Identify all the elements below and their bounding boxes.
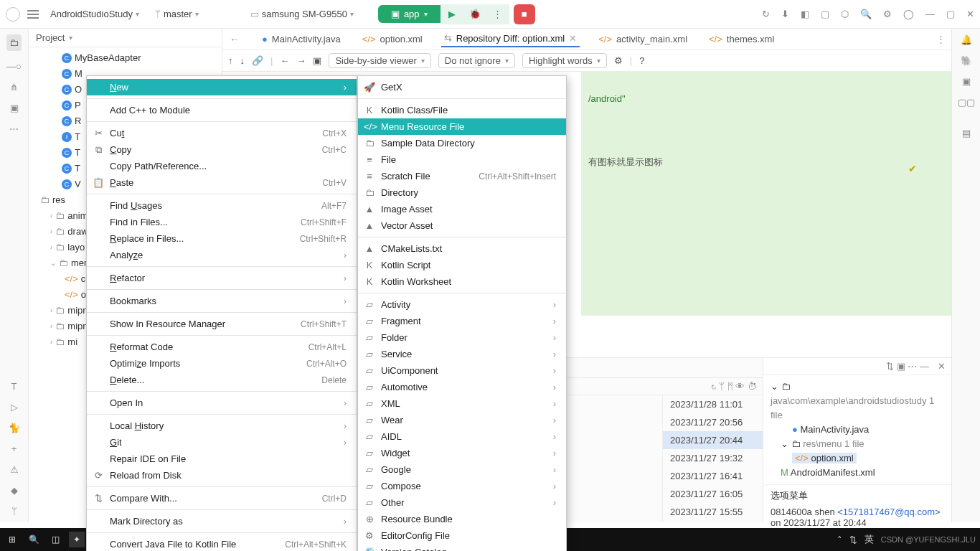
commit-list[interactable]: 2023/11/28 11:012023/11/27 20:562023/11/… (662, 395, 763, 522)
menu-item[interactable]: New› (87, 79, 357, 95)
menu-item[interactable]: ▲CMakeLists.txt (358, 240, 566, 257)
menu-item[interactable]: 🗀Sample Data Directory (358, 135, 566, 151)
prev-diff-icon[interactable]: ↑ (228, 55, 233, 66)
commit-row[interactable]: 2023/11/28 11:01 (663, 395, 763, 413)
menu-item[interactable]: ⟳Reload from Disk (87, 467, 357, 484)
vcs-tool-icon[interactable]: ᛘ (11, 506, 17, 517)
menu-item[interactable]: 📇Version Catalog (358, 544, 566, 551)
inspection-marker-icon[interactable]: ✔ (908, 163, 917, 174)
menu-item[interactable]: ▲Image Asset (358, 201, 566, 217)
menu-item[interactable]: Bookmarks› (87, 293, 357, 309)
menu-item[interactable]: ▱Activity› (358, 296, 566, 313)
menu-item[interactable]: 🚀GetX (358, 79, 566, 95)
link-icon[interactable]: 🔗 (252, 55, 263, 66)
stop-button[interactable]: ■ (514, 4, 535, 24)
menu-item[interactable]: Replace in Files...Ctrl+Shift+R (87, 230, 357, 247)
menu-item[interactable]: Open In› (87, 395, 357, 411)
menu-item[interactable]: Local History› (87, 418, 357, 434)
menu-item[interactable]: Find in Files...Ctrl+Shift+F (87, 214, 357, 230)
menu-item[interactable]: ≡Scratch FileCtrl+Alt+Shift+Insert (358, 168, 566, 184)
profiler-icon[interactable]: ◧ (801, 9, 809, 19)
notifications-icon[interactable]: 🔔 (961, 34, 972, 45)
menu-item[interactable]: ▲Vector Asset (358, 217, 566, 234)
menu-item[interactable]: ▱XML› (358, 395, 566, 412)
menu-item[interactable]: ▱Fragment› (358, 313, 566, 329)
tab-diff[interactable]: ⇆Repository Diff: option.xml ✕ (441, 31, 580, 47)
menu-item[interactable]: Show In Resource ManagerCtrl+Shift+T (87, 316, 357, 332)
more-tool-icon[interactable]: ⋯ (9, 123, 19, 134)
project-chip[interactable]: AndroidStudioStudy▾ (46, 6, 143, 22)
highlight-dropdown[interactable]: Highlight words▾ (522, 53, 607, 68)
collapse-icon[interactable]: ▣ (313, 55, 321, 66)
sdk-icon[interactable]: ⬡ (841, 9, 849, 19)
terminal-tool-icon[interactable]: + (11, 443, 17, 454)
run-config-select[interactable]: ▣ app ▾ (378, 5, 440, 23)
close-icon[interactable]: ✕ (966, 9, 974, 19)
tray-up-icon[interactable]: ˄ (837, 534, 842, 545)
project-tool-icon[interactable]: 🗀 (6, 34, 22, 51)
structure-icon[interactable]: ▣ (10, 103, 19, 113)
menu-item[interactable]: ▱Service› (358, 346, 566, 362)
menu-item[interactable]: ▱Automotive› (358, 379, 566, 395)
emulator-icon[interactable]: ▢▢ (958, 97, 975, 108)
commit-row[interactable]: 2023/11/27 20:56 (663, 413, 763, 431)
wifi-icon[interactable]: ⇅ (849, 534, 857, 545)
commit-tool-icon[interactable]: —○ (6, 61, 22, 72)
bookmarks-tool-icon[interactable]: T (11, 381, 17, 392)
menu-item[interactable]: </>Menu Resource File (358, 118, 566, 135)
search-icon[interactable]: 🔍 (860, 9, 872, 19)
gradle-icon[interactable]: 🐘 (961, 55, 972, 66)
minimize-icon[interactable]: — (925, 9, 935, 19)
hamburger-icon[interactable] (27, 10, 39, 19)
ignore-dropdown[interactable]: Do not ignore▾ (438, 53, 515, 68)
menu-item[interactable]: Convert Java File to Kotlin FileCtrl+Alt… (87, 536, 357, 551)
commit-details[interactable]: ⌄ 🗀 java\com\example\androidstudiostudy … (763, 375, 951, 484)
menu-item[interactable]: Copy Path/Reference... (87, 158, 357, 174)
help-icon[interactable]: ? (639, 55, 644, 66)
pull-requests-icon[interactable]: ⋔ (10, 82, 18, 93)
commit-row[interactable]: 2023/11/27 16:05 (663, 485, 763, 503)
menu-item[interactable]: ▱Widget› (358, 445, 566, 461)
tab-main-activity[interactable]: ●MainActivity.java (259, 32, 344, 47)
menu-item[interactable]: Add C++ to Module (87, 102, 357, 118)
menu-item[interactable]: Delete...Delete (87, 372, 357, 388)
project-panel-header[interactable]: Project▾ (29, 29, 222, 47)
run-button[interactable]: ▶ (440, 4, 463, 24)
nav-fwd-icon[interactable]: → (296, 55, 306, 66)
menu-item[interactable]: ✂CutCtrl+X (87, 125, 357, 141)
commit-row[interactable]: 2023/11/27 20:44 (663, 431, 763, 449)
gear-icon[interactable]: ⚙ (883, 9, 892, 19)
next-diff-icon[interactable]: ↓ (240, 55, 245, 66)
tab-option-xml[interactable]: </>option.xml (359, 32, 425, 47)
details-toolbar[interactable]: ⇅ ▣ ⋯ —✕ (763, 358, 951, 375)
account-icon[interactable]: ◯ (903, 9, 914, 19)
menu-item[interactable]: ▱UiComponent› (358, 362, 566, 379)
menu-item[interactable]: ▱Wear› (358, 412, 566, 428)
commit-row[interactable]: 2023/11/27 15:55 (663, 503, 763, 521)
menu-item[interactable]: ▱AIDL› (358, 428, 566, 445)
menu-item[interactable]: ⊕Resource Bundle (358, 511, 566, 527)
menu-item[interactable]: KKotlin Class/File (358, 102, 566, 118)
menu-item[interactable]: KKotlin Worksheet (358, 273, 566, 290)
tab-activity-main[interactable]: </>activity_main.xml (595, 32, 690, 47)
menu-item[interactable]: Refactor› (87, 270, 357, 286)
menu-item[interactable]: ≡File (358, 151, 566, 168)
menu-item[interactable]: ▱Compose› (358, 478, 566, 494)
services-tool-icon[interactable]: ◆ (11, 485, 18, 496)
tab-themes[interactable]: </>themes.xml (706, 32, 777, 47)
menu-item[interactable]: Analyze› (87, 247, 357, 263)
menu-item[interactable]: ⚙EditorConfig File (358, 527, 566, 544)
menu-item[interactable]: ▱Other› (358, 494, 566, 511)
menu-item[interactable]: ▱Google› (358, 461, 566, 478)
menu-item[interactable]: 🗀Directory (358, 184, 566, 201)
problems-tool-icon[interactable]: ⚠ (10, 464, 19, 475)
device-chip[interactable]: ▭samsung SM-G9550▾ (246, 6, 358, 22)
db-inspector-icon[interactable]: ▤ (962, 128, 971, 138)
menu-item[interactable]: Mark Directory as› (87, 513, 357, 529)
build-icon[interactable]: ⬇ (781, 9, 789, 19)
debug-button[interactable]: 🐞 (463, 4, 486, 24)
menu-item[interactable]: ▱Folder› (358, 329, 566, 346)
start-icon[interactable]: ⊞ (4, 532, 20, 547)
search-taskbar-icon[interactable]: 🔍 (26, 532, 42, 547)
logcat-tool-icon[interactable]: 🐈 (9, 423, 20, 433)
